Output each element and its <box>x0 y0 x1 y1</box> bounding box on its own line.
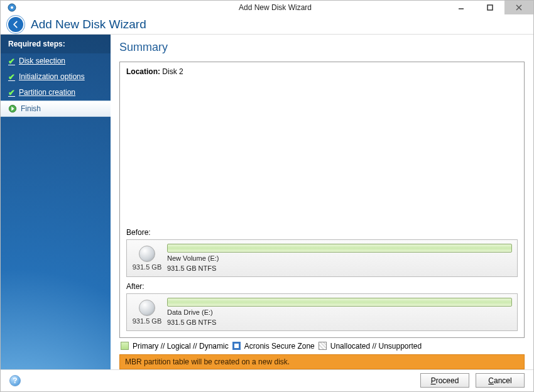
after-label: After: <box>126 282 518 291</box>
proceed-button[interactable]: Proceed <box>420 373 469 388</box>
main-panel: Summary Location: Disk 2 Before: 931.5 G… <box>111 35 533 369</box>
cancel-button[interactable]: Cancel <box>476 373 525 388</box>
legend: Primary // Logical // Dynamic Acronis Se… <box>119 338 525 354</box>
svg-rect-3 <box>488 5 493 10</box>
sidebar-heading: Required steps: <box>1 35 111 53</box>
help-icon[interactable]: ? <box>9 375 21 386</box>
location-line: Location: Disk 2 <box>126 67 518 76</box>
titlebar: Add New Disk Wizard <box>1 1 533 15</box>
volume-name: New Volume (E:) <box>167 254 512 263</box>
sidebar-item-label: Initialization options <box>19 72 85 81</box>
page-title: Add New Disk Wizard <box>31 18 146 31</box>
volume-info: 931.5 GB NTFS <box>167 318 512 327</box>
sidebar: Required steps: ✔ Disk selection ✔ Initi… <box>1 35 111 369</box>
disk-icon-col: 931.5 GB <box>132 300 162 325</box>
proceed-label: roceed <box>436 376 459 385</box>
disk-before: 931.5 GB New Volume (E:) 931.5 GB NTFS <box>126 239 518 277</box>
close-button[interactable] <box>504 1 533 14</box>
volume-column: Data Drive (E:) 931.5 GB NTFS <box>167 298 512 327</box>
warning-bar: MBR partition table will be created on a… <box>119 354 525 369</box>
volume-bar <box>167 298 512 307</box>
legend-unallocated: Unallocated // Unsupported <box>330 342 422 351</box>
volume-info: 931.5 GB NTFS <box>167 264 512 273</box>
disk-after: 931.5 GB Data Drive (E:) 931.5 GB NTFS <box>126 293 518 331</box>
sidebar-item-label: Disk selection <box>19 57 65 65</box>
volume-bar <box>167 244 512 253</box>
volume-name: Data Drive (E:) <box>167 308 512 317</box>
location-value: Disk 2 <box>162 67 183 76</box>
disk-size: 931.5 GB <box>133 317 161 325</box>
summary-box: Location: Disk 2 Before: 931.5 GB New Vo… <box>119 62 525 338</box>
spacer <box>126 80 518 223</box>
arrow-icon <box>8 104 17 113</box>
window-controls <box>447 1 533 14</box>
before-label: Before: <box>126 228 518 237</box>
legend-primary: Primary // Logical // Dynamic <box>133 342 229 351</box>
location-label: Location: <box>126 67 160 76</box>
app-icon <box>7 3 17 13</box>
check-icon: ✔ <box>8 57 15 66</box>
disk-icon <box>139 300 155 316</box>
sidebar-item-initialization-options[interactable]: ✔ Initialization options <box>1 69 111 85</box>
sidebar-item-label: Finish <box>21 104 41 113</box>
svg-point-1 <box>11 6 13 9</box>
volume-column: New Volume (E:) 931.5 GB NTFS <box>167 244 512 273</box>
sidebar-item-finish[interactable]: Finish <box>1 101 111 117</box>
minimize-button[interactable] <box>447 1 476 14</box>
summary-title: Summary <box>119 41 525 54</box>
sidebar-item-label: Partition creation <box>19 88 75 97</box>
check-icon: ✔ <box>8 88 15 97</box>
sidebar-item-partition-creation[interactable]: ✔ Partition creation <box>1 85 111 101</box>
header: Add New Disk Wizard <box>1 15 533 34</box>
disk-icon <box>139 246 155 262</box>
wizard-window: Add New Disk Wizard Add New Disk Wizard … <box>0 0 534 392</box>
check-icon: ✔ <box>8 72 15 82</box>
cancel-label: ancel <box>494 376 512 385</box>
footer: ? Proceed Cancel <box>1 369 533 391</box>
disk-icon-col: 931.5 GB <box>132 246 162 271</box>
back-button[interactable] <box>7 16 25 33</box>
legend-zone: Acronis Secure Zone <box>244 342 315 351</box>
maximize-button[interactable] <box>476 1 504 14</box>
body: Required steps: ✔ Disk selection ✔ Initi… <box>1 34 533 369</box>
swatch-zone-icon <box>232 342 241 350</box>
swatch-unallocated-icon <box>319 342 327 350</box>
disk-size: 931.5 GB <box>133 263 161 271</box>
swatch-primary-icon <box>121 342 129 350</box>
sidebar-item-disk-selection[interactable]: ✔ Disk selection <box>1 53 111 69</box>
